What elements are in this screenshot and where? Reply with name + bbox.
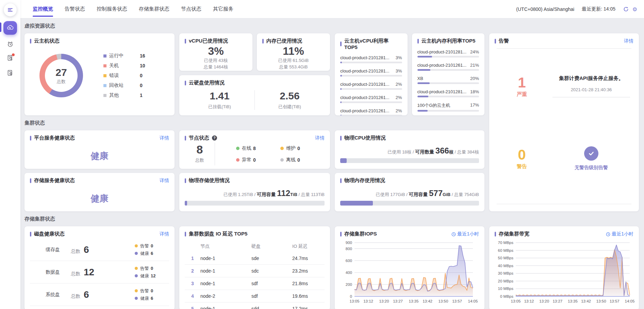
top5-row: cloud-product-2101261...2% <box>340 108 402 115</box>
disk-row-system: 系统盘 总数6 告警0 健康6 <box>30 283 169 306</box>
last-update-label: 最近更新: 14:05 <box>582 6 615 12</box>
panel-title: 云主机vCPU利用率 TOP5 <box>340 38 402 50</box>
legend-swatch <box>103 64 106 67</box>
legend-item: 在线8 <box>236 145 280 151</box>
refresh-icon[interactable] <box>623 6 629 12</box>
panel-title: 物理内存使用情况 <box>340 177 479 184</box>
sidebar-item-audit-logs[interactable] <box>3 52 17 65</box>
legend-item: 关机10 <box>103 63 169 69</box>
svg-text:400: 400 <box>346 271 352 275</box>
legend-dot <box>135 267 138 270</box>
bandwidth-time-range-link[interactable]: 最近1小时 <box>606 231 633 237</box>
memory-top5-panel: 云主机内存利用率TOP5 cloud-product-2101281...24%… <box>412 33 485 115</box>
svg-text:200: 200 <box>346 282 352 287</box>
top5-row: cloud-product-2101281...3% <box>340 68 402 77</box>
physical-storage-usage-text: 已使用 1.25TiB / 可用容量 112TiB / 总量 113TiB <box>185 189 325 198</box>
iops-time-range-link[interactable]: 最近1小时 <box>451 231 479 237</box>
sidebar-item-history[interactable] <box>3 66 17 80</box>
storage-health-detail-link[interactable]: 详情 <box>160 178 169 184</box>
table-row: 5node-1sdd17.2ms <box>185 303 325 309</box>
legend-dot <box>236 147 240 150</box>
io-latency-panel: 集群数据盘 IO 延迟 TOP5 节点 硬盘 IO 延迟 1node-1sde2… <box>179 226 330 309</box>
svg-text:50 MBps: 50 MBps <box>498 256 514 260</box>
settings-gear-icon[interactable]: ⚙ <box>632 6 638 12</box>
sidebar-item-monitor-overview[interactable] <box>3 21 17 35</box>
physical-memory-usage-text: 已使用 177GiB / 可用容量 577GiB / 总量 754GiB <box>340 189 479 198</box>
tab-control-service-status[interactable]: 控制服务状态 <box>97 0 127 18</box>
section-virtual-resources: 虚拟资源状态 <box>24 23 639 29</box>
tab-other-services[interactable]: 其它服务 <box>213 0 233 18</box>
node-status-detail-link[interactable]: 详情 <box>315 135 325 141</box>
active-indicator <box>0 22 1 32</box>
top5-row: cloud-product-2101261...2% <box>340 95 402 103</box>
physical-cpu-progress-bar <box>340 158 479 163</box>
svg-text:0: 0 <box>350 294 352 298</box>
svg-text:13:42: 13:42 <box>581 299 591 303</box>
vcpu-top5-panel: 云主机vCPU利用率 TOP5 cloud-product-2101281...… <box>335 33 408 115</box>
vm-status-donut-chart: 27 总数 <box>39 54 83 97</box>
sidebar-item-alarms[interactable] <box>3 37 17 51</box>
svg-text:14:05: 14:05 <box>625 299 635 303</box>
tab-storage-cluster-status[interactable]: 存储集群状态 <box>139 0 169 18</box>
legend-item: 其他1 <box>103 92 169 98</box>
physical-cpu-usage-text: 已使用 18核 / 可用数量 366核 / 总量 384核 <box>340 146 479 156</box>
legend-swatch <box>103 74 106 77</box>
svg-text:40 MBps: 40 MBps <box>498 264 514 268</box>
menu-toggle-button[interactable] <box>4 3 17 16</box>
bandwidth-chart-panel: 存储集群带宽 最近1小时 0 MBps10 MBps20 MBps30 MBps… <box>489 226 639 309</box>
storage-health-panel: 存储服务健康状态 详情 健康 <box>24 173 175 211</box>
table-row: 4node-2sdf19.6ms <box>185 290 325 303</box>
panel-title: 集群数据盘 IO 延迟 TOP5 <box>185 231 325 237</box>
tab-alert-status[interactable]: 告警状态 <box>65 0 85 18</box>
vcpu-used: 已使用 43核 <box>185 58 247 64</box>
svg-text:13:12: 13:12 <box>363 299 373 303</box>
disk-row-data: 数据盘 总数12 告警0 健康12 <box>30 261 169 283</box>
svg-text:13:57: 13:57 <box>452 299 462 303</box>
alerts-detail-link[interactable]: 详情 <box>624 38 633 44</box>
io-latency-table: 节点 硬盘 IO 延迟 1node-1sde24.7ms 2node-1sdc2… <box>185 241 325 309</box>
physical-storage-panel: 物理存储使用情况 已使用 1.25TiB / 可用容量 112TiB / 总量 … <box>179 173 330 211</box>
svg-text:13:50: 13:50 <box>439 299 448 303</box>
top5-row: 100个G的云主机17% <box>417 102 479 112</box>
svg-text:70 MBps: 70 MBps <box>498 241 514 245</box>
critical-alert-block: 1 严重 集群计费API服务停止服务。 2021-01-28 21:40:36 <box>495 75 633 98</box>
timezone-label: (UTC+0800) Asia/Shanghai <box>516 6 574 12</box>
legend-item: 回收站0 <box>103 82 169 88</box>
svg-text:13:20: 13:20 <box>379 299 389 303</box>
platform-health-detail-link[interactable]: 详情 <box>160 135 169 141</box>
bandwidth-chart: 0 MBps10 MBps20 MBps30 MBps40 MBps50 MBp… <box>495 239 636 305</box>
panel-title: 告警 <box>495 38 633 44</box>
panel-title: 存储服务健康状态 <box>30 177 169 184</box>
tab-monitor-overview[interactable]: 监控概览 <box>33 0 53 18</box>
alert-timestamp: 2021-01-28 21:40:36 <box>552 87 630 97</box>
node-status-panel: 节点状态? 详情 8 总数 在线8 维护0 异常0 离线0 <box>179 130 330 169</box>
section-cluster-status: 集群状态 <box>24 120 484 126</box>
svg-text:800: 800 <box>346 247 352 251</box>
vcpu-percent: 3% <box>185 45 247 58</box>
top-header: 监控概览 告警状态 控制服务状态 存储集群状态 节点状态 其它服务 (UTC+0… <box>20 0 644 18</box>
top5-row: cloud-product-2101261...21% <box>417 63 479 71</box>
table-row: 1node-1sde24.7ms <box>185 252 325 265</box>
cloud-monitor-icon <box>6 24 14 32</box>
help-icon[interactable]: ? <box>212 135 217 141</box>
vcpu-total: 总量 1464核 <box>185 64 247 70</box>
table-row: 2node-1sdc23.2ms <box>185 265 325 277</box>
legend-item: 异常0 <box>236 157 280 163</box>
top5-row: cloud-product-2101281...18% <box>417 89 479 97</box>
svg-text:13:35: 13:35 <box>568 299 578 303</box>
legend-item: 维护0 <box>280 145 325 151</box>
tab-node-status[interactable]: 节点状态 <box>181 0 201 18</box>
svg-text:13:20: 13:20 <box>539 299 549 303</box>
svg-text:13:05: 13:05 <box>350 299 360 303</box>
svg-text:14:05: 14:05 <box>468 299 478 303</box>
memory-percent: 11% <box>262 45 325 58</box>
disk-health-detail-link[interactable]: 详情 <box>160 231 169 237</box>
notification-badge <box>12 53 15 56</box>
panel-title: 内存已使用情况 <box>262 38 325 44</box>
svg-text:900: 900 <box>346 241 352 245</box>
tab-bar: 监控概览 告警状态 控制服务状态 存储集群状态 节点状态 其它服务 <box>33 0 245 18</box>
platform-health-status: 健康 <box>30 150 169 162</box>
legend-swatch <box>103 54 106 58</box>
vdisk-mounted: 1.41 已挂载(TiB) <box>185 90 255 110</box>
legend-dot <box>236 158 240 162</box>
